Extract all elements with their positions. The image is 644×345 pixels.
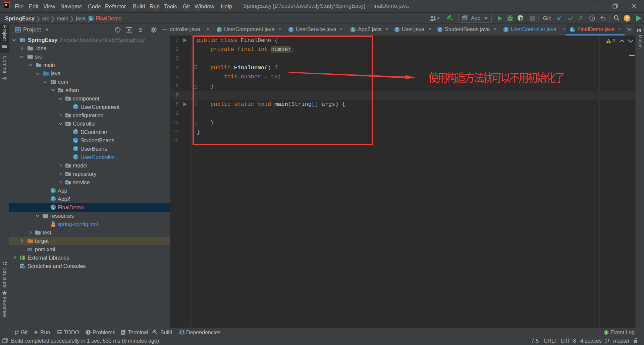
svg-text:1: 1 [605, 331, 607, 334]
